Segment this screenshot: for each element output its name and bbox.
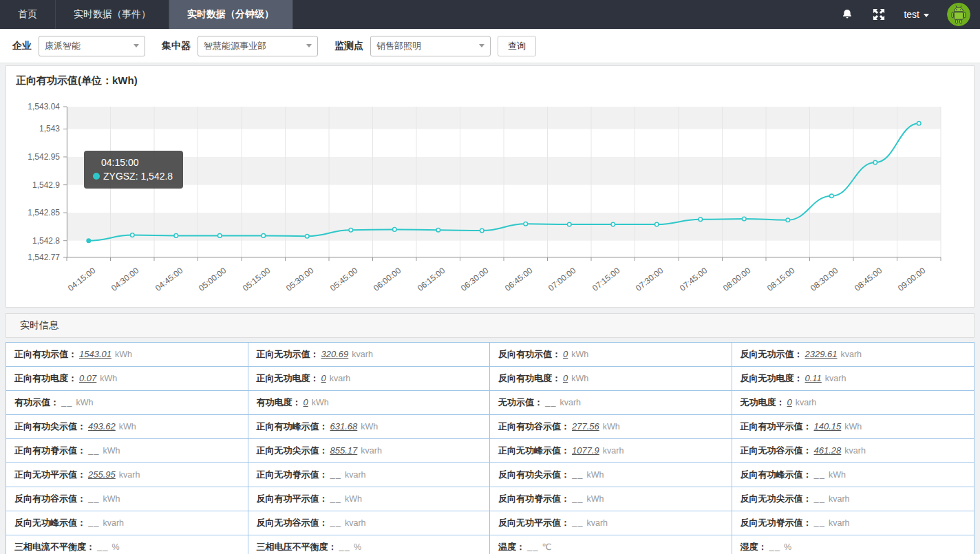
- tab-home[interactable]: 首页: [0, 0, 56, 29]
- table-cell: 湿度：__%: [732, 535, 974, 554]
- tab-realtime-minute[interactable]: 实时数据（分钟级）: [169, 0, 292, 29]
- table-cell: 正向有功峰示值：631.68kWh: [248, 415, 491, 438]
- table-cell: 有功示值：__kWh: [6, 391, 248, 414]
- cell-label: 正向有功谷示值：: [498, 421, 570, 432]
- x-axis-label: 08:00:00: [721, 266, 752, 293]
- table-cell: 正向无功示值：320.69kvarh: [248, 343, 491, 366]
- table-cell: 正向有功脊示值：__kWh: [6, 439, 248, 462]
- cell-unit: kWh: [603, 422, 620, 432]
- cell-unit: kvarh: [796, 398, 817, 407]
- cell-unit: kvarh: [345, 470, 366, 480]
- cell-unit: kvarh: [841, 350, 862, 359]
- cell-label: 反向无功示值：: [741, 349, 803, 359]
- cell-label: 反向有功峰示值：: [741, 469, 812, 480]
- query-button[interactable]: 查询: [498, 36, 536, 56]
- cell-unit: kvarh: [103, 518, 124, 528]
- cell-value: __: [330, 518, 341, 528]
- cell-unit: kWh: [76, 398, 93, 407]
- cell-value: 255.95: [88, 469, 116, 480]
- cell-label: 三相电压不平衡度：: [257, 542, 337, 552]
- chevron-down-icon: [924, 14, 929, 17]
- cell-label: 无功电度：: [741, 397, 785, 407]
- x-axis-label: 05:45:00: [328, 266, 359, 293]
- table-row: 反向有功谷示值：__kWh反向有功平示值：__kWh反向有功脊示值：__kWh反…: [6, 487, 974, 511]
- cell-unit: kvarh: [586, 518, 608, 528]
- tab-realtime-event[interactable]: 实时数据（事件）: [56, 0, 169, 29]
- x-axis-label: 07:45:00: [678, 266, 709, 293]
- cell-value: __: [769, 542, 780, 552]
- cell-label: 正向无功平示值：: [14, 469, 86, 480]
- enterprise-select-value: 康派智能: [45, 40, 81, 52]
- cell-label: 反向有功示值：: [498, 349, 561, 359]
- realtime-section-header: 实时信息: [6, 313, 974, 338]
- x-axis-label: 07:15:00: [590, 266, 621, 293]
- y-axis-label: 1,543: [12, 124, 60, 134]
- chevron-down-icon: [134, 44, 139, 47]
- top-navbar: 首页 实时数据（事件） 实时数据（分钟级） test: [0, 0, 980, 29]
- bell-icon[interactable]: [840, 8, 854, 21]
- cell-label: 正向无功脊示值：: [257, 469, 328, 480]
- cell-label: 反向有功平示值：: [257, 493, 328, 504]
- x-axis-label: 05:30:00: [284, 266, 315, 293]
- cell-unit: kvarh: [844, 446, 866, 456]
- x-axis-label: 04:30:00: [109, 266, 140, 293]
- cell-unit: kWh: [103, 446, 120, 456]
- cell-unit: kWh: [312, 398, 329, 407]
- avatar[interactable]: [947, 3, 970, 26]
- cell-value: __: [330, 469, 341, 480]
- table-row: 正向有功脊示值：__kWh正向无功尖示值：855.17kvarh正向无功峰示值：…: [6, 439, 974, 463]
- chevron-down-icon: [479, 44, 484, 47]
- concentrator-select[interactable]: 智慧能源事业部: [198, 36, 318, 56]
- table-cell: 无功电度：0kvarh: [732, 391, 974, 414]
- table-cell: 正向无功平示值：255.95kvarh: [6, 463, 248, 487]
- cell-label: 正向有功脊示值：: [14, 445, 86, 456]
- cell-value: __: [88, 493, 99, 504]
- cell-unit: kWh: [103, 494, 120, 504]
- cell-label: 正向无功示值：: [257, 349, 319, 359]
- cell-label: 正向有功峰示值：: [257, 421, 328, 432]
- cell-value: __: [545, 397, 556, 407]
- table-cell: 正向有功示值：1543.01kWh: [6, 343, 248, 366]
- cell-label: 反向有功谷示值：: [14, 493, 86, 504]
- cell-unit: kvarh: [361, 446, 382, 456]
- cell-label: 正向有功电度：: [14, 373, 77, 383]
- x-axis-label: 06:00:00: [372, 266, 403, 293]
- table-cell: 温度：__℃: [490, 535, 732, 554]
- chevron-down-icon: [306, 44, 312, 47]
- table-cell: 反向无功谷示值：__kvarh: [248, 511, 491, 535]
- table-cell: 反向有功谷示值：__kWh: [6, 487, 248, 511]
- cell-label: 三相电流不平衡度：: [14, 542, 95, 552]
- cell-value: 493.62: [88, 421, 116, 432]
- concentrator-label: 集中器: [162, 40, 191, 52]
- fullscreen-icon[interactable]: [872, 8, 886, 21]
- cell-value: __: [572, 518, 583, 528]
- monitor-point-select[interactable]: 销售部照明: [370, 36, 491, 56]
- cell-value: 1543.01: [79, 349, 111, 359]
- chart-title: 正向有功示值(单位：kWh): [16, 74, 964, 87]
- table-row: 正向有功示值：1543.01kWh正向无功示值：320.69kvarh反向有功示…: [6, 343, 974, 367]
- table-cell: 有功电度：0kWh: [248, 391, 491, 414]
- y-axis-label: 1,542.9: [12, 180, 60, 190]
- cell-unit: kvarh: [829, 518, 850, 528]
- table-cell: 正向有功谷示值：277.56kWh: [490, 415, 732, 438]
- cell-label: 无功示值：: [498, 397, 543, 407]
- x-axis-label: 07:30:00: [634, 266, 665, 293]
- table-row: 正向有功电度：0.07kWh正向无功电度：0kvarh反向有功电度：0kWh反向…: [6, 367, 974, 391]
- cell-label: 反向无功电度：: [741, 373, 803, 383]
- cell-unit: kvarh: [352, 350, 373, 359]
- y-axis-label: 1,542.95: [12, 152, 60, 162]
- cell-label: 正向有功平示值：: [741, 421, 812, 432]
- cell-label: 反向有功脊示值：: [498, 493, 570, 504]
- cell-value: 0: [303, 397, 308, 407]
- x-axis-label: 06:45:00: [503, 266, 534, 293]
- user-menu[interactable]: test: [904, 9, 929, 20]
- table-row: 正向有功尖示值：493.62kWh正向有功峰示值：631.68kWh正向有功谷示…: [6, 415, 974, 439]
- chart-plot[interactable]: 04:15:00 ZYGSZ: 1,542.8 1,542.771,542.81…: [67, 107, 941, 257]
- cell-value: 2329.61: [805, 349, 838, 359]
- enterprise-select[interactable]: 康派智能: [39, 36, 145, 56]
- cell-value: 0: [563, 373, 568, 383]
- cell-value: __: [814, 518, 825, 528]
- cell-value: 277.56: [572, 421, 599, 432]
- cell-label: 温度：: [498, 542, 525, 552]
- cell-unit: kWh: [586, 494, 604, 504]
